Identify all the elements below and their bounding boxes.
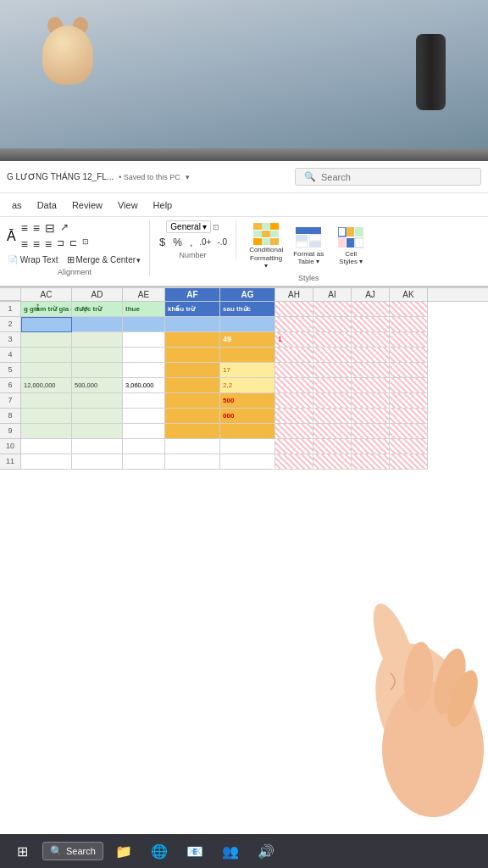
taskbar-mail-icon[interactable]: 📧: [180, 836, 210, 866]
start-button[interactable]: ⊞: [7, 836, 37, 866]
cell-9-af[interactable]: [165, 424, 220, 439]
cell-3-ah[interactable]: 1: [275, 332, 313, 348]
cell-5-ah[interactable]: [275, 363, 313, 378]
cell-1-ac[interactable]: g giảm trừ gia cảnh: [21, 302, 72, 317]
cell-7-af[interactable]: [165, 393, 220, 409]
cell-6-ag[interactable]: 2,2: [220, 378, 275, 393]
cell-7-ae[interactable]: [123, 393, 165, 409]
merge-center-button[interactable]: ⊞ Merge & Center ▾: [64, 253, 144, 266]
cell-10-af[interactable]: [165, 439, 220, 454]
cell-6-ac[interactable]: 12,000,000: [21, 378, 72, 393]
cell-3-ai[interactable]: [313, 332, 352, 348]
conditional-formatting-button[interactable]: ConditionalFormatting ▾: [247, 220, 286, 272]
percent-button[interactable]: %: [170, 236, 185, 249]
taskbar-browser-icon[interactable]: 🌐: [144, 836, 175, 866]
align-hright-icon[interactable]: ≡: [43, 236, 53, 252]
number-dialog-icon[interactable]: ⊡: [213, 223, 219, 231]
cell-8-ai[interactable]: [313, 409, 352, 424]
cell-11-ag[interactable]: [220, 454, 275, 470]
cell-4-ac[interactable]: [21, 348, 72, 363]
cell-3-aj[interactable]: [352, 332, 390, 348]
taskbar-search-label[interactable]: Search: [66, 846, 96, 856]
cell-3-ac[interactable]: [21, 332, 72, 348]
cell-2-ad[interactable]: [72, 317, 123, 332]
cell-8-af[interactable]: [165, 409, 220, 424]
cell-10-ai[interactable]: [313, 439, 352, 454]
indent-decrease-icon[interactable]: ⊐: [55, 236, 66, 252]
comma-button[interactable]: ,: [187, 236, 195, 249]
cell-1-ad[interactable]: được trừ: [72, 302, 123, 317]
align-right-icon[interactable]: ⊟: [43, 220, 57, 236]
cell-5-ae[interactable]: [123, 363, 165, 378]
cell-1-ai[interactable]: [313, 302, 352, 317]
align-hleft-icon[interactable]: ≡: [19, 236, 30, 252]
align-center-icon[interactable]: ≡: [31, 220, 42, 236]
cell-9-ai[interactable]: [313, 424, 352, 439]
cell-3-ak[interactable]: [390, 332, 428, 348]
cell-9-ak[interactable]: [390, 424, 428, 439]
cell-9-ag[interactable]: [220, 424, 275, 439]
decimal-decrease-button[interactable]: -.0: [215, 236, 229, 248]
cell-9-ae[interactable]: [123, 424, 165, 439]
cell-6-ae[interactable]: 3,060,000: [123, 378, 165, 393]
cell-10-ac[interactable]: [21, 439, 72, 454]
cell-4-ak[interactable]: [390, 348, 428, 363]
cell-2-ak[interactable]: [390, 317, 428, 332]
cell-7-ai[interactable]: [313, 393, 352, 409]
cell-11-af[interactable]: [165, 454, 220, 470]
cell-6-ai[interactable]: [313, 378, 352, 393]
cell-9-ad[interactable]: [72, 424, 123, 439]
cell-8-ae[interactable]: [123, 409, 165, 424]
merge-dropdown-icon[interactable]: ▾: [136, 256, 141, 264]
orient-icon[interactable]: ↗: [58, 220, 70, 236]
cell-5-aj[interactable]: [352, 363, 390, 378]
cell-5-ad[interactable]: [72, 363, 123, 378]
dollar-button[interactable]: $: [157, 235, 168, 249]
menu-help[interactable]: Help: [147, 198, 180, 213]
col-header-ag[interactable]: AG: [220, 288, 275, 301]
cell-1-ah[interactable]: [275, 302, 313, 317]
menu-as[interactable]: as: [5, 198, 29, 213]
col-header-ad[interactable]: AD: [72, 288, 123, 301]
cell-7-ad[interactable]: [72, 393, 123, 409]
cell-11-ae[interactable]: [123, 454, 165, 470]
taskbar-files-icon[interactable]: 📁: [108, 836, 139, 866]
col-header-ac[interactable]: AC: [21, 288, 72, 301]
cell-7-ah[interactable]: [275, 393, 313, 409]
cell-2-ai[interactable]: [313, 317, 352, 332]
col-header-ah[interactable]: AH: [275, 288, 313, 301]
cell-8-ah[interactable]: [275, 409, 313, 424]
cell-10-ag[interactable]: [220, 439, 275, 454]
taskbar-search[interactable]: 🔍 Search: [42, 842, 103, 860]
cell-8-ac[interactable]: [21, 409, 72, 424]
menu-view[interactable]: View: [111, 198, 145, 213]
search-input[interactable]: [321, 172, 472, 182]
cell-6-aj[interactable]: [352, 378, 390, 393]
cell-2-ah[interactable]: [275, 317, 313, 332]
cell-4-ah[interactable]: [275, 348, 313, 363]
cell-11-ad[interactable]: [72, 454, 123, 470]
cell-styles-button[interactable]: CellStyles ▾: [331, 225, 370, 268]
cell-9-ah[interactable]: [275, 424, 313, 439]
align-left-icon[interactable]: ≡: [19, 220, 30, 236]
col-header-ak[interactable]: AK: [390, 288, 428, 301]
cell-11-ah[interactable]: [275, 454, 313, 470]
cell-2-ag[interactable]: [220, 317, 275, 332]
cell-10-ak[interactable]: [390, 439, 428, 454]
cell-5-ac[interactable]: [21, 363, 72, 378]
cell-1-af[interactable]: khấu trừ: [165, 302, 220, 317]
menu-review[interactable]: Review: [65, 198, 109, 213]
cell-10-ad[interactable]: [72, 439, 123, 454]
taskbar-teams-icon[interactable]: 👥: [215, 836, 246, 866]
cell-1-ag[interactable]: sau thức: [220, 302, 275, 317]
cell-3-ag[interactable]: 49: [220, 332, 275, 348]
cell-11-aj[interactable]: [352, 454, 390, 470]
cell-4-af[interactable]: [165, 348, 220, 363]
menu-data[interactable]: Data: [30, 198, 64, 213]
number-format-dropdown[interactable]: General ▾: [166, 220, 211, 233]
cell-5-ai[interactable]: [313, 363, 352, 378]
col-header-af[interactable]: AF: [165, 288, 220, 301]
col-header-ae[interactable]: AE: [123, 288, 165, 301]
cell-4-ai[interactable]: [313, 348, 352, 363]
cell-6-ah[interactable]: [275, 378, 313, 393]
